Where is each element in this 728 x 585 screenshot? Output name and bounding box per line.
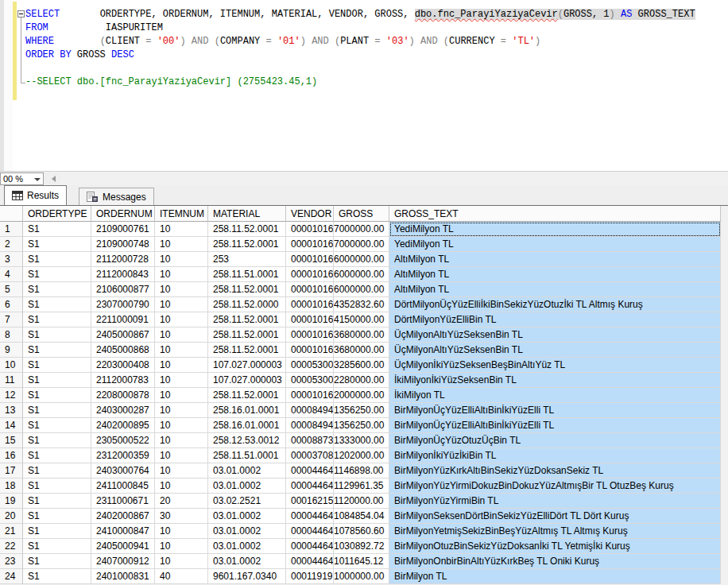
row-number-cell[interactable]: 13 <box>0 403 23 418</box>
grid-cell[interactable]: DörtMilyonÜçYüzElliİkiBinSekizYüzOtuzİki… <box>389 297 721 312</box>
grid-cell[interactable]: ÜçMilyonAltıYüzSeksenBin TL <box>389 343 721 358</box>
grid-cell[interactable]: 9601.167.0340 <box>208 569 286 584</box>
grid-cell[interactable]: 2403000764 <box>91 463 155 478</box>
grid-cell[interactable]: 2211000091 <box>91 312 155 327</box>
grid-cell[interactable]: 4150000.00 <box>334 312 389 327</box>
hscroll-track[interactable] <box>60 172 728 185</box>
grid-cell[interactable]: BirMilyonÜçYüzElliAltıBinİkiYüzElli TL <box>389 403 721 418</box>
grid-cell[interactable]: S1 <box>23 373 91 388</box>
grid-cell[interactable]: 258.11.52.0001 <box>208 282 286 297</box>
grid-cell[interactable]: BirMilyonYüzKırkAltıBinSekizYüzDoksanSek… <box>389 463 721 478</box>
row-number-cell[interactable]: 17 <box>0 463 23 478</box>
grid-cell[interactable]: 03.01.0002 <box>208 478 286 494</box>
grid-cell[interactable]: İkiMilyon TL <box>389 388 721 403</box>
column-header-material[interactable]: MATERIAL <box>208 206 286 222</box>
row-number-cell[interactable]: 22 <box>0 539 23 554</box>
grid-cell[interactable]: 00001016 <box>286 237 334 252</box>
grid-cell[interactable]: 2402000867 <box>91 509 155 524</box>
grid-cell[interactable]: 00008873 <box>286 433 334 448</box>
grid-cell[interactable]: 00008494 <box>286 403 334 418</box>
grid-cell[interactable]: 2280000.00 <box>334 373 389 388</box>
grid-cell[interactable]: 4352832.60 <box>334 297 389 312</box>
row-number-cell[interactable]: 8 <box>0 327 23 343</box>
grid-cell[interactable]: YediMilyon TL <box>389 237 721 252</box>
chevron-down-icon[interactable] <box>34 178 41 181</box>
sql-code[interactable]: SELECT ORDERTYPE, ORDERNUM, ITEMNUM, MAT… <box>25 8 695 89</box>
row-number-cell[interactable]: 16 <box>0 448 23 463</box>
row-number-cell[interactable]: 3 <box>0 252 23 267</box>
grid-cell[interactable]: BirMilyonSeksenDörtBinSekizYüzElliDört T… <box>389 509 721 524</box>
row-number-cell[interactable]: 12 <box>0 388 23 403</box>
row-number-cell[interactable]: 7 <box>0 312 23 327</box>
grid-cell[interactable]: S1 <box>23 222 91 237</box>
grid-cell[interactable]: 03.01.0002 <box>208 554 286 569</box>
grid-cell[interactable]: 2112000843 <box>91 267 155 282</box>
grid-cell[interactable]: 10 <box>155 327 208 343</box>
grid-cell[interactable]: 2000000.00 <box>334 388 389 403</box>
grid-cell[interactable]: ÜçMilyonİkiYüzSeksenBeşBinAltıYüz TL <box>389 358 721 373</box>
row-number-cell[interactable]: 9 <box>0 343 23 358</box>
grid-cell[interactable]: 1030892.72 <box>334 539 389 554</box>
grid-cell[interactable]: BirMilyonOnbirBinAltıYüzKırkBeş TL Oniki… <box>389 554 721 569</box>
grid-cell[interactable]: 30 <box>155 509 208 524</box>
grid-cell[interactable]: 00001016 <box>286 327 334 343</box>
row-number-cell[interactable]: 18 <box>0 478 23 494</box>
grid-cell[interactable]: 10 <box>155 524 208 539</box>
row-number-cell[interactable]: 15 <box>0 433 23 448</box>
grid-cell[interactable]: S1 <box>23 554 91 569</box>
grid-cell[interactable]: 2203000408 <box>91 358 155 373</box>
grid-cell[interactable]: 107.027.000003 <box>208 373 286 388</box>
grid-cell[interactable]: 00001016 <box>286 297 334 312</box>
column-header-itemnum[interactable]: ITEMNUM <box>155 206 208 222</box>
grid-cell[interactable]: 03.01.0002 <box>208 463 286 478</box>
grid-cell[interactable]: 1129961.35 <box>334 478 389 494</box>
grid-cell[interactable]: 10 <box>155 539 208 554</box>
grid-cell[interactable]: 10 <box>155 433 208 448</box>
grid-cell[interactable]: 2407000912 <box>91 554 155 569</box>
grid-cell[interactable]: 10 <box>155 478 208 494</box>
row-number-cell[interactable]: 4 <box>0 267 23 282</box>
grid-cell[interactable]: 2208000878 <box>91 388 155 403</box>
grid-cell[interactable]: BirMilyonİkiYüzİkiBin TL <box>389 448 721 463</box>
grid-cell[interactable]: 00001016 <box>286 267 334 282</box>
grid-cell[interactable]: 2403000287 <box>91 403 155 418</box>
grid-cell[interactable]: BirMilyonYüzYirmiBin TL <box>389 494 721 509</box>
grid-cell[interactable]: 7000000.00 <box>334 237 389 252</box>
grid-cell[interactable]: AltıMilyon TL <box>389 267 721 282</box>
grid-cell[interactable]: ÜçMilyonAltıYüzSeksenBin TL <box>389 327 721 343</box>
grid-cell[interactable]: 107.027.000003 <box>208 358 286 373</box>
grid-cell[interactable]: 1202000.00 <box>334 448 389 463</box>
row-number-cell[interactable]: 21 <box>0 524 23 539</box>
grid-cell[interactable]: S1 <box>23 237 91 252</box>
grid-cell[interactable]: 2106000877 <box>91 282 155 297</box>
grid-cell[interactable]: 3285600.00 <box>334 358 389 373</box>
grid-cell[interactable]: S1 <box>23 478 91 494</box>
grid-cell[interactable]: S1 <box>23 252 91 267</box>
column-header-ordernum[interactable]: ORDERNUM <box>91 206 155 222</box>
grid-cell[interactable]: 258.11.52.0001 <box>208 237 286 252</box>
grid-cell[interactable]: S1 <box>23 312 91 327</box>
grid-cell[interactable]: AltıMilyon TL <box>389 252 721 267</box>
grid-cell[interactable]: 2405000868 <box>91 343 155 358</box>
grid-cell[interactable]: S1 <box>23 297 91 312</box>
grid-cell[interactable]: 00011919 <box>286 569 334 584</box>
grid-cell[interactable]: S1 <box>23 509 91 524</box>
grid-cell[interactable]: 1356250.00 <box>334 418 389 433</box>
grid-cell[interactable]: 258.11.52.0001 <box>208 343 286 358</box>
grid-cell[interactable]: 2411000845 <box>91 478 155 494</box>
grid-cell[interactable]: BirMilyonYetmişSekizBinBeşYüzAltmış TL A… <box>389 524 721 539</box>
grid-cell[interactable]: 2112000728 <box>91 252 155 267</box>
grid-cell[interactable]: S1 <box>23 327 91 343</box>
grid-cell[interactable]: S1 <box>23 524 91 539</box>
grid-cell[interactable]: 258.16.01.0001 <box>208 403 286 418</box>
grid-cell[interactable]: 00001016 <box>286 312 334 327</box>
grid-cell[interactable]: S1 <box>23 282 91 297</box>
grid-cell[interactable]: S1 <box>23 539 91 554</box>
grid-cell[interactable]: 258.11.52.0001 <box>208 388 286 403</box>
grid-cell[interactable]: 10 <box>155 222 208 237</box>
grid-cell[interactable]: 03.01.0002 <box>208 509 286 524</box>
grid-cell[interactable]: 20 <box>155 494 208 509</box>
grid-cell[interactable]: İkiMilyonİkiYüzSeksenBin TL <box>389 373 721 388</box>
grid-cell[interactable]: 2311000671 <box>91 494 155 509</box>
row-number-cell[interactable]: 10 <box>0 358 23 373</box>
